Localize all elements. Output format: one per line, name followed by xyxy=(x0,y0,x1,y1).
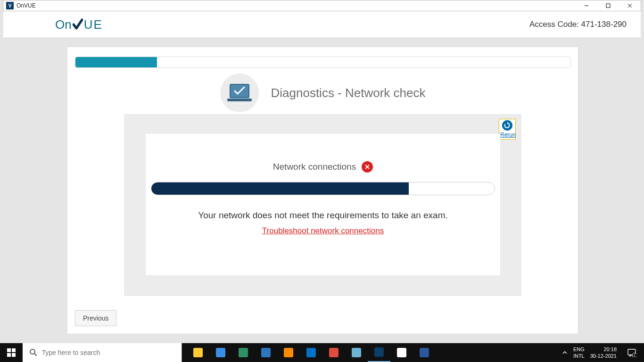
taskbar-app-task-manager[interactable] xyxy=(345,343,368,362)
svg-rect-20 xyxy=(306,348,316,357)
window-titlebar: V OnVUE xyxy=(3,0,641,11)
taskbar-app-outlook[interactable] xyxy=(300,343,322,362)
app-header: On UE Access Code: 471-138-290 xyxy=(3,11,641,38)
clock-time: 20:18 xyxy=(590,346,617,353)
language-indicator[interactable]: ENG INTL xyxy=(573,346,585,359)
rerun-label: Rerun xyxy=(500,132,514,138)
taskbar-app-onvue-app[interactable] xyxy=(368,343,390,362)
svg-rect-5 xyxy=(227,99,252,101)
svg-rect-12 xyxy=(12,353,16,357)
taskbar-search[interactable] xyxy=(23,343,182,362)
app-icon: V xyxy=(6,2,14,9)
diagnostics-panel: Rerun Network connections Your network d… xyxy=(124,114,521,296)
word-icon xyxy=(418,346,430,359)
minimize-button[interactable] xyxy=(576,0,597,11)
window-controls xyxy=(576,0,641,11)
clock[interactable]: 20:18 30-12-2021 xyxy=(590,346,617,359)
status-fail-icon xyxy=(362,161,373,173)
logo-text-ue: UE xyxy=(84,17,103,32)
svg-point-13 xyxy=(30,349,35,354)
taskbar-app-chrome[interactable] xyxy=(322,343,345,362)
logo-text-on: On xyxy=(55,17,72,32)
taskbar: ENG INTL 20:18 30-12-2021 1 xyxy=(0,343,644,362)
network-progress-fill xyxy=(151,182,409,195)
svg-rect-24 xyxy=(397,348,406,357)
edge-icon xyxy=(237,346,249,359)
close-button[interactable] xyxy=(619,0,641,11)
svg-rect-23 xyxy=(374,347,384,357)
svg-text:1: 1 xyxy=(634,354,636,357)
clock-date: 30-12-2021 xyxy=(590,353,617,359)
svg-rect-25 xyxy=(420,348,429,357)
network-check-box: Network connections Your network does no… xyxy=(146,134,500,275)
overall-progress-bar xyxy=(75,57,571,68)
overall-progress-fill xyxy=(75,57,157,67)
taskbar-app-edge[interactable] xyxy=(232,343,255,362)
access-code-value: 471-138-290 xyxy=(581,20,627,29)
svg-rect-15 xyxy=(193,348,203,357)
taskbar-app-internet-explorer[interactable] xyxy=(255,343,277,362)
taskbar-app-windows-security[interactable] xyxy=(390,343,413,362)
lang-line1: ENG xyxy=(573,346,585,353)
network-progress-bar xyxy=(151,182,495,195)
microsoft-store-icon xyxy=(215,346,227,359)
svg-rect-9 xyxy=(7,348,11,352)
previous-button[interactable]: Previous xyxy=(75,310,116,326)
window-title: OnVUE xyxy=(17,2,36,9)
laptop-check-icon xyxy=(220,74,259,112)
logo-check-icon xyxy=(73,18,83,32)
taskbar-app-file-explorer[interactable] xyxy=(187,343,209,362)
svg-rect-18 xyxy=(261,348,271,357)
network-label: Network connections xyxy=(273,162,356,172)
svg-rect-21 xyxy=(329,348,339,357)
app-viewport: On UE Access Code: 471-138-290 Diagnosti… xyxy=(3,11,641,338)
internet-explorer-icon xyxy=(260,346,272,359)
access-code-label: Access Code: xyxy=(529,20,579,29)
rerun-icon xyxy=(502,120,512,131)
firefox-icon xyxy=(282,346,295,359)
main-card: Diagnostics - Network check Rerun Networ… xyxy=(67,47,578,334)
taskbar-app-word[interactable] xyxy=(413,343,436,362)
svg-line-14 xyxy=(34,354,37,356)
page-title: Diagnostics - Network check xyxy=(271,86,426,100)
taskbar-app-firefox[interactable] xyxy=(277,343,300,362)
windows-security-icon xyxy=(396,346,408,359)
svg-rect-16 xyxy=(216,348,225,357)
svg-rect-1 xyxy=(606,4,610,8)
onvue-logo: On UE xyxy=(55,17,103,32)
chrome-icon xyxy=(328,346,340,359)
access-code: Access Code: 471-138-290 xyxy=(529,20,627,29)
network-status-row: Network connections xyxy=(146,161,500,173)
action-center-button[interactable]: 1 xyxy=(622,343,641,362)
taskbar-app-icons xyxy=(187,343,436,362)
svg-rect-22 xyxy=(352,348,361,357)
maximize-button[interactable] xyxy=(597,0,619,11)
windows-logo-icon xyxy=(7,348,16,357)
troubleshoot-link[interactable]: Troubleshoot network connections xyxy=(262,226,384,235)
network-fail-message: Your network does not meet the requireme… xyxy=(146,210,500,221)
file-explorer-icon xyxy=(192,346,204,359)
onvue-app-icon xyxy=(373,346,385,358)
diagnostics-title-row: Diagnostics - Network check xyxy=(67,74,578,112)
outlook-icon xyxy=(305,346,317,359)
task-manager-icon xyxy=(350,346,363,359)
start-button[interactable] xyxy=(0,343,23,362)
svg-rect-10 xyxy=(12,348,16,352)
notification-icon: 1 xyxy=(627,348,636,357)
search-input[interactable] xyxy=(41,349,175,356)
troubleshoot-row: Troubleshoot network connections xyxy=(146,226,500,236)
svg-rect-19 xyxy=(284,348,293,357)
svg-rect-11 xyxy=(7,353,11,357)
system-tray: ENG INTL 20:18 30-12-2021 1 xyxy=(562,343,644,362)
search-icon xyxy=(29,348,37,357)
lang-line2: INTL xyxy=(573,353,585,359)
svg-rect-17 xyxy=(239,348,248,357)
rerun-button[interactable]: Rerun xyxy=(499,119,516,140)
tray-overflow-icon[interactable] xyxy=(562,350,568,355)
taskbar-app-microsoft-store[interactable] xyxy=(209,343,232,362)
